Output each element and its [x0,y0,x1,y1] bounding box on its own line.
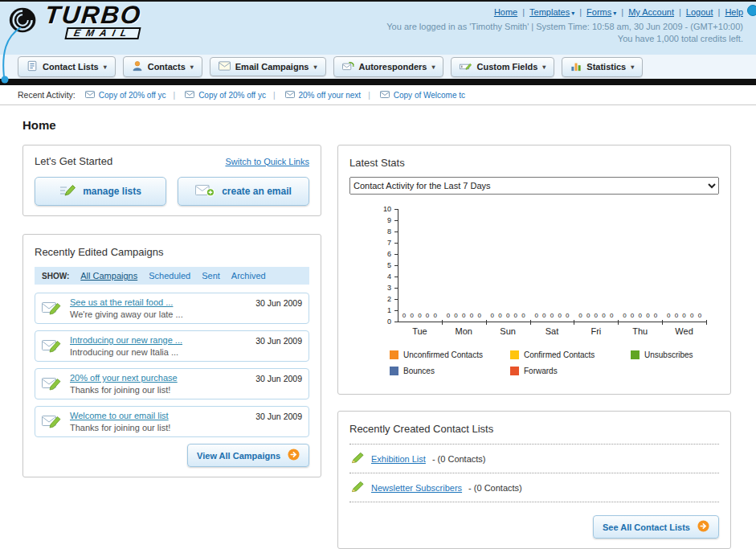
right-column: Latest Stats Contact Activity for the La… [337,145,731,549]
campaign-title-link[interactable]: See us at the retail food ... [70,297,248,307]
campaign-date: 30 Jun 2009 [255,298,302,308]
header-link-label: Home [494,7,517,17]
see-all-contact-lists-button[interactable]: See All Contact Lists [593,515,719,539]
header-link[interactable]: Forms▾ [579,7,616,17]
x-category-label: Wed [662,326,706,336]
campaign-row: Welcome to our email list Thanks for joi… [35,406,309,437]
campaign-filter-link[interactable]: All Campaigns [80,271,137,281]
campaign-date: 30 Jun 2009 [255,412,302,421]
campaign-title-link[interactable]: Welcome to our email list [70,411,248,420]
x-tick [574,320,574,325]
recent-activity-items: Copy of 20% off yc Copy of 20% off yc 20… [85,91,465,100]
envelope-pencil-icon [42,375,63,394]
corner-dot-decoration [747,5,756,16]
legend-swatch [510,350,519,359]
recent-activity-link[interactable]: Copy of 20% off yc [85,91,166,100]
campaign-title-link[interactable]: 20% off your next purchase [70,373,248,383]
tab-email-campaigns[interactable]: Email Campaigns ▾ [210,57,326,76]
legend-swatch [390,350,398,359]
tab-contact-lists[interactable]: Contact Lists ▾ [18,56,116,77]
logo-word-email: EMAIL [64,27,141,39]
campaign-date: 30 Jun 2009 [255,374,302,383]
campaign-subtitle: Thanks for joining our list! [70,385,248,395]
campaign-subtitle: We're giving away our late ... [70,309,248,319]
recent-activity-link[interactable]: Copy of Welcome tc [368,91,465,100]
logo-swoosh-decoration [0,27,24,90]
manage-lists-button[interactable]: manage lists [35,177,166,206]
chevron-down-icon: ▾ [313,64,317,71]
campaign-filter-bar: SHOW: All Campaigns Scheduled Sent Archi… [35,267,309,285]
tab-label: Email Campaigns [235,62,309,72]
campaign-row: 20% off your next purchase Thanks for jo… [35,368,309,399]
stats-period-select[interactable]: Contact Activity for the Last 7 Days [349,177,719,195]
value-labels: 0 0 0 0 0 [662,312,706,319]
header-link-label: My Account [628,7,674,17]
tab-contacts[interactable]: Contacts ▾ [123,56,202,77]
recent-activity-link[interactable]: 20% off your next [273,91,361,100]
x-category-label: Tue [398,326,442,336]
page-title: Home [22,118,734,132]
tab-custom-fields[interactable]: Custom Fields ▾ [451,57,554,77]
value-labels: 0 0 0 0 0 [574,312,618,319]
campaign-list: See us at the retail food ... We're givi… [35,293,309,437]
tab-label: Contact Lists [43,62,99,72]
header-link[interactable]: Logout▾ [679,7,713,17]
y-tick-label: 9 [369,216,391,224]
chevron-down-icon: ▾ [571,10,574,17]
header-link[interactable]: Templates▾ [522,7,574,17]
contact-list-link[interactable]: Exhibition List [371,454,426,464]
recent-activity-link[interactable]: Copy of 20% off yc [174,91,266,100]
x-category-label: Fri [574,326,618,336]
app-logo[interactable]: TURBO EMAIL [6,4,141,39]
legend-item: Unsubscribes [631,350,751,359]
header-link[interactable]: Home▾ [494,7,517,17]
campaign-row: Introducing our new range ... Introducin… [35,330,309,362]
tab-autoresponders[interactable]: Autoresponders ▾ [333,56,444,77]
chevron-down-icon: ▾ [190,64,194,71]
credits-text: You have 1,000 total credits left. [386,34,743,43]
y-tick [394,254,398,255]
switch-quick-links-link[interactable]: Switch to Quick Links [225,157,309,166]
contact-list-link[interactable]: Newsletter Subscribers [371,483,462,493]
arrow-circle-icon [288,449,300,462]
contact-list-item: Newsletter Subscribers - (0 Contacts) [349,473,719,502]
value-labels: 0 0 0 0 0 [442,312,486,319]
y-tick-label: 6 [369,250,391,258]
y-tick [394,265,398,266]
chart-plot: 0123456789100 0 0 0 0Tue0 0 0 0 0Mon0 0 … [369,203,716,347]
chevron-down-icon: ▾ [431,64,435,71]
recent-activity-text: Copy of Welcome tc [394,91,465,100]
tab-statistics[interactable]: Statistics ▾ [562,57,643,77]
envelope-icon [380,91,390,100]
legend-label: Confirmed Contacts [524,350,595,359]
recent-activity-label: Recent Activity: [18,90,76,100]
recent-activity-text: Copy of 20% off yc [99,91,166,100]
contact-list-count: - (0 Contacts) [432,454,486,464]
statistics-icon [570,61,582,73]
campaign-filter-link[interactable]: Archived [231,271,266,281]
campaign-title-link[interactable]: Introducing our new range ... [70,335,248,345]
create-email-button[interactable]: create an email [178,177,309,206]
nav-divider-bar [0,79,756,85]
campaign-subtitle: Introducing our new Italia ... [70,347,248,357]
chevron-down-icon: ▾ [104,64,107,71]
y-tick-label: 2 [369,295,391,303]
header-link[interactable]: Help▾ [718,7,743,17]
campaign-row: See us at the retail food ... We're givi… [35,293,309,324]
header-link-label: Logout [686,7,713,17]
logo-word-turbo: TURBO [44,4,143,27]
campaign-filter-link[interactable]: Scheduled [149,271,190,281]
legend-swatch [510,367,519,375]
y-tick-label: 8 [369,227,391,236]
view-all-campaigns-button[interactable]: View All Campaigns [187,444,309,467]
header-link[interactable]: My Account▾ [621,7,674,17]
x-tick [486,320,487,325]
campaign-filter-link[interactable]: Sent [202,271,220,281]
value-labels: 0 0 0 0 0 [398,312,442,319]
see-all-contact-lists-label: See All Contact Lists [603,522,690,532]
x-category-label: Sun [486,326,530,336]
create-email-label: create an email [222,186,292,197]
autoresponder-icon [342,60,354,73]
recent-activity-text: Copy of 20% off yc [198,91,266,100]
tab-label: Statistics [586,62,626,72]
